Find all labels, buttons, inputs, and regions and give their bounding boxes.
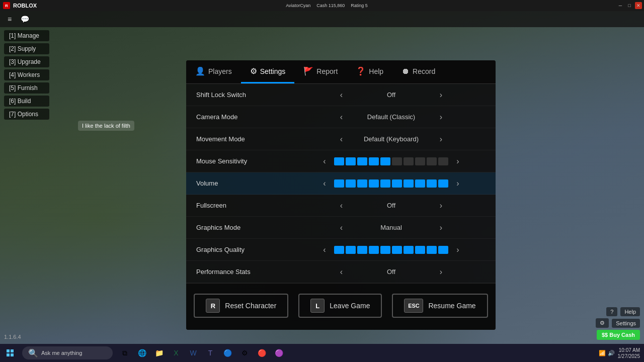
menu-item-options[interactable]: [7] Options — [4, 109, 49, 120]
seg1 — [334, 157, 344, 165]
tab-help[interactable]: ❓ Help — [347, 60, 392, 83]
graphics-mode-prev[interactable]: ‹ — [336, 222, 347, 233]
bottom-buttons: R Reset Character L Leave Game ESC Resum… — [186, 283, 496, 330]
volume-slider[interactable] — [334, 179, 448, 188]
help-item[interactable]: ? Help — [606, 307, 640, 316]
settings-panel: 👤 Players ⚙ Settings 🚩 Report ❓ Help ⏺ R… — [186, 60, 496, 330]
perf-stats-next[interactable]: › — [436, 266, 447, 278]
settings-gear-icon: ⚙ — [596, 318, 609, 328]
settings-content: Shift Lock Switch ‹ Off › Camera Mode ‹ … — [186, 84, 496, 283]
left-menu: [1] Manage [2] Supply [3] Upgrade [4] Wo… — [4, 30, 49, 120]
movement-label: Movement Mode — [196, 135, 297, 143]
shift-lock-next[interactable]: › — [436, 89, 447, 101]
resume-key-badge: ESC — [404, 299, 423, 313]
tab-record-label: Record — [413, 67, 435, 75]
camera-next[interactable]: › — [436, 112, 447, 123]
username: AviatorCyan — [286, 3, 310, 8]
tab-record[interactable]: ⏺ Record — [392, 60, 444, 83]
mouse-sensitivity-prev[interactable]: ‹ — [319, 156, 330, 167]
perf-stats-control: ‹ Off › — [297, 266, 486, 278]
word-icon[interactable]: W — [185, 345, 201, 361]
teams-icon[interactable]: T — [202, 345, 218, 361]
tab-report[interactable]: 🚩 Report — [294, 60, 347, 83]
close-button[interactable]: ✕ — [635, 2, 642, 9]
fullscreen-prev[interactable]: ‹ — [336, 200, 347, 211]
movement-next[interactable]: › — [436, 134, 447, 145]
gq-seg3 — [357, 246, 367, 254]
network-icon: 📶 — [599, 350, 606, 356]
perf-stats-prev[interactable]: ‹ — [336, 266, 347, 278]
menu-item-supply[interactable]: [2] Supply — [4, 43, 49, 54]
setting-row-graphics-quality: Graphics Quality ‹ › — [186, 239, 496, 261]
menu-item-workers[interactable]: [4] Workers — [4, 69, 49, 80]
menu-icon[interactable]: ≡ — [4, 14, 15, 25]
volume-prev[interactable]: ‹ — [319, 178, 330, 189]
titlebar: R ROBLOX AviatorCyan Cash 115,860 Rating… — [0, 0, 644, 11]
tab-bar: 👤 Players ⚙ Settings 🚩 Report ❓ Help ⏺ R… — [186, 60, 496, 84]
camera-value: Default (Classic) — [351, 113, 432, 121]
seg4 — [369, 157, 379, 165]
clock-time: 10:07 AM — [619, 347, 640, 353]
mouse-sensitivity-control: ‹ › — [297, 156, 486, 167]
chrome-icon[interactable]: 🔵 — [219, 345, 235, 361]
gq-seg6 — [392, 246, 402, 254]
taskbar-system-icons: 📶 🔊 — [599, 350, 615, 356]
minimize-button[interactable]: ─ — [617, 2, 624, 9]
settings-label: Settings — [612, 319, 640, 328]
version-label: 1.1.6.4 — [4, 334, 21, 340]
movement-prev[interactable]: ‹ — [336, 134, 347, 145]
menu-item-upgrade[interactable]: [3] Upgrade — [4, 56, 49, 67]
search-bar[interactable]: 🔍 Ask me anything — [22, 346, 113, 359]
reset-character-button[interactable]: R Reset Character — [194, 294, 288, 318]
graphics-mode-next[interactable]: › — [436, 222, 447, 233]
seg5 — [380, 157, 390, 165]
players-icon: 👤 — [195, 66, 205, 76]
gq-seg1 — [334, 246, 344, 254]
edge-icon[interactable]: 🌐 — [134, 345, 150, 361]
explorer-icon[interactable]: 📁 — [151, 345, 167, 361]
app8[interactable]: 🔴 — [254, 345, 270, 361]
vol-seg10 — [438, 179, 448, 188]
perf-stats-value: Off — [351, 268, 432, 276]
menu-item-build[interactable]: [6] Build — [4, 96, 49, 107]
tab-report-label: Report — [316, 67, 338, 75]
tab-help-label: Help — [369, 67, 383, 75]
menu-item-manage[interactable]: [1] Manage — [4, 30, 49, 41]
settings-item[interactable]: ⚙ Settings — [596, 318, 640, 328]
settings-tab-icon: ⚙ — [250, 66, 257, 76]
tab-settings-label: Settings — [260, 67, 286, 75]
tab-settings[interactable]: ⚙ Settings — [241, 60, 295, 83]
tab-players[interactable]: 👤 Players — [186, 60, 241, 83]
volume-taskbar-icon: 🔊 — [608, 350, 615, 356]
fullscreen-value: Off — [351, 202, 432, 209]
chat-icon[interactable]: 💬 — [19, 14, 30, 25]
fullscreen-next[interactable]: › — [436, 200, 447, 211]
excel-icon[interactable]: X — [168, 345, 184, 361]
setting-row-fullscreen: Fullscreen ‹ Off › — [186, 195, 496, 217]
clock-date: 1/27/2025 — [618, 353, 640, 359]
setting-row-volume: Volume ‹ › — [186, 172, 496, 195]
graphics-quality-slider[interactable] — [334, 246, 448, 254]
volume-next[interactable]: › — [452, 178, 463, 189]
titlebar-controls: ─ □ ✕ — [617, 2, 644, 9]
camera-prev[interactable]: ‹ — [336, 112, 347, 123]
mouse-sensitivity-slider[interactable] — [334, 157, 448, 165]
graphics-mode-label: Graphics Mode — [196, 224, 297, 231]
app9[interactable]: 🟣 — [271, 345, 287, 361]
graphics-quality-prev[interactable]: ‹ — [319, 244, 330, 255]
leave-game-button[interactable]: L Leave Game — [298, 294, 382, 318]
roblox-icon: R — [3, 2, 10, 9]
menu-item-furnish[interactable]: [5] Furnish — [4, 82, 49, 94]
app7[interactable]: ⚙ — [236, 345, 253, 361]
rating-info: Rating 5 — [351, 3, 368, 8]
resume-game-label: Resume Game — [428, 302, 475, 310]
shift-lock-prev[interactable]: ‹ — [336, 89, 347, 101]
maximize-button[interactable]: □ — [626, 2, 633, 9]
buy-cash-button[interactable]: $$ Buy Cash — [597, 330, 640, 340]
start-button[interactable] — [0, 344, 20, 362]
resume-game-button[interactable]: ESC Resume Game — [392, 294, 488, 318]
taskview-button[interactable]: ⧉ — [117, 345, 133, 361]
taskbar-clock: 10:07 AM 1/27/2025 — [618, 347, 640, 359]
mouse-sensitivity-next[interactable]: › — [452, 156, 463, 167]
graphics-quality-next[interactable]: › — [452, 244, 463, 255]
